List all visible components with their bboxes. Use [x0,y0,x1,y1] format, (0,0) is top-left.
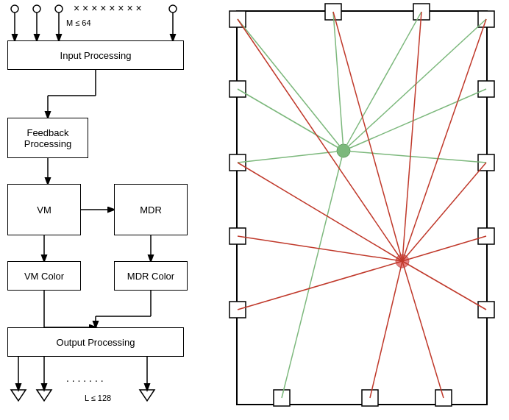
svg-rect-43 [274,390,290,406]
svg-rect-34 [478,11,494,27]
svg-rect-38 [229,302,246,318]
mdr-label: MDR [140,204,162,216]
mdr-color-label: MDR Color [127,271,174,282]
svg-line-62 [402,163,486,261]
right-svg [215,0,509,420]
svg-marker-29 [140,390,154,401]
svg-rect-37 [229,228,246,244]
right-diagram [215,0,509,420]
vm-color-label: VM Color [24,271,64,282]
svg-line-59 [238,163,402,261]
svg-text:L ≤ 128: L ≤ 128 [85,394,111,402]
svg-line-50 [344,12,421,151]
svg-rect-36 [229,154,246,171]
svg-line-67 [333,12,402,261]
svg-text:M ≤ 64: M ≤ 64 [66,18,91,27]
svg-line-53 [344,151,486,163]
vm-box: VM [7,184,81,235]
svg-text:· · · · · · ·: · · · · · · · [66,374,104,386]
svg-point-4 [169,5,177,13]
svg-line-56 [282,151,344,398]
svg-point-47 [396,255,409,268]
svg-point-1 [33,5,40,13]
svg-line-54 [238,89,344,151]
svg-rect-35 [229,81,246,97]
svg-rect-45 [435,390,452,406]
svg-marker-28 [37,390,51,401]
feedback-processing-label: Feedback Processing [8,127,88,149]
svg-rect-32 [325,4,341,20]
output-processing-label: Output Processing [57,337,135,348]
svg-rect-40 [478,154,494,171]
svg-rect-31 [229,11,246,27]
svg-line-51 [344,19,486,151]
svg-text:× × × × × × × ×: × × × × × × × × [74,2,142,14]
svg-rect-41 [478,228,494,244]
mdr-color-box: MDR Color [114,261,188,291]
svg-line-61 [238,261,402,310]
svg-point-46 [337,144,350,157]
main-container: × × × × × × × × M ≤ 64 [0,0,509,420]
svg-line-57 [238,19,402,261]
svg-rect-42 [478,302,494,318]
vm-label: VM [37,204,51,216]
svg-line-60 [238,236,402,261]
svg-line-65 [370,261,402,398]
svg-line-49 [333,12,344,151]
svg-rect-39 [478,81,494,97]
feedback-processing-box: Feedback Processing [7,118,88,158]
svg-marker-27 [11,390,26,401]
svg-point-0 [11,5,18,13]
svg-line-55 [238,151,344,163]
input-processing-box: Input Processing [7,40,184,70]
vm-color-box: VM Color [7,261,81,291]
svg-line-58 [402,19,486,261]
svg-line-68 [402,12,421,261]
svg-line-63 [402,236,486,261]
svg-rect-33 [413,4,430,20]
svg-rect-30 [237,11,487,405]
svg-line-48 [238,19,344,151]
left-diagram: × × × × × × × × M ≤ 64 [0,0,213,420]
svg-line-66 [402,261,444,398]
svg-line-64 [402,261,486,310]
mdr-box: MDR [114,184,188,235]
svg-line-52 [344,89,486,151]
output-processing-box: Output Processing [7,327,184,357]
input-processing-label: Input Processing [60,50,132,61]
svg-point-2 [55,5,63,13]
svg-rect-44 [362,390,378,406]
